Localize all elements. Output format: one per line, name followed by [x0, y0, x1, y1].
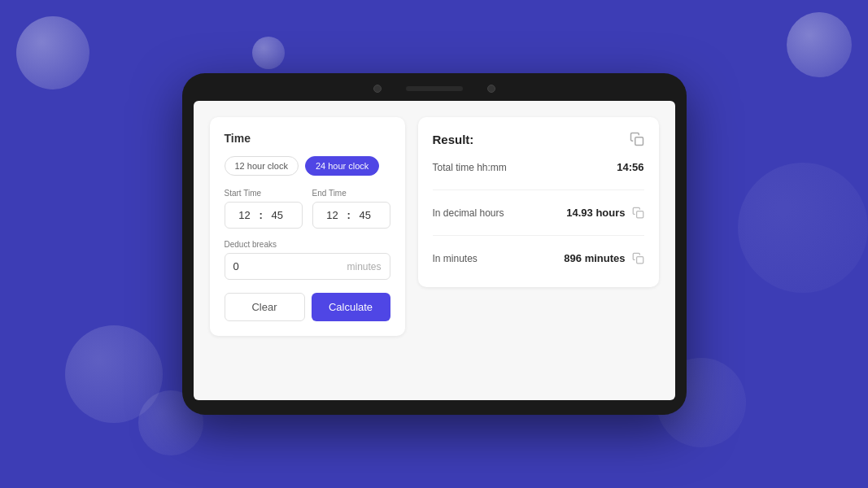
end-time-field: End Time :: [312, 189, 390, 229]
deduct-breaks-input[interactable]: [233, 260, 266, 272]
start-time-separator: :: [260, 209, 263, 221]
tablet-frame: Time 12 hour clock 24 hour clock Start T…: [182, 73, 687, 415]
deduct-unit-label: minutes: [347, 261, 381, 272]
minutes-row: In minutes 896 minutes: [433, 244, 644, 272]
start-time-label: Start Time: [225, 189, 303, 198]
decimal-hours-row: In decimal hours 14.93 hours: [433, 198, 644, 227]
calculator-panel: Time 12 hour clock 24 hour clock Start T…: [210, 117, 405, 336]
12-hour-clock-button[interactable]: 12 hour clock: [225, 156, 299, 176]
copy-minutes-icon[interactable]: [632, 252, 644, 264]
result-divider-2: [433, 235, 644, 236]
camera-right: [487, 85, 495, 93]
result-title: Result:: [433, 133, 474, 146]
time-inputs-row: Start Time : End Time :: [225, 189, 390, 229]
start-time-input-box[interactable]: :: [225, 202, 303, 229]
camera-left: [373, 85, 382, 93]
svg-rect-2: [636, 257, 643, 264]
copy-all-icon[interactable]: [630, 132, 644, 146]
end-time-separator: :: [347, 209, 351, 221]
minutes-value-wrap: 896 minutes: [564, 252, 643, 264]
decimal-hours-value-wrap: 14.93 hours: [566, 207, 643, 219]
end-time-label: End Time: [312, 189, 390, 198]
calculate-button[interactable]: Calculate: [312, 293, 390, 321]
copy-decimal-icon[interactable]: [632, 207, 644, 219]
start-minutes-input[interactable]: [266, 209, 289, 221]
total-time-value: 14:56: [617, 161, 643, 173]
decorative-bubble-7: [738, 163, 868, 293]
minutes-label: In minutes: [433, 253, 478, 264]
deduct-breaks-input-row[interactable]: minutes: [225, 253, 390, 280]
tablet-screen: Time 12 hour clock 24 hour clock Start T…: [194, 101, 675, 400]
decimal-hours-value: 14.93 hours: [566, 207, 625, 219]
start-hours-input[interactable]: [233, 209, 256, 221]
start-time-field: Start Time :: [225, 189, 303, 229]
deduct-breaks-label: Deduct breaks: [225, 240, 390, 249]
svg-rect-0: [635, 137, 643, 146]
end-hours-input[interactable]: [321, 209, 344, 221]
result-panel: Result: Total time hh:mm 14:56 In decima…: [418, 117, 659, 287]
speaker: [406, 86, 463, 91]
total-time-row: Total time hh:mm 14:56: [433, 158, 644, 181]
panel-title: Time: [225, 132, 390, 145]
clock-toggle-group: 12 hour clock 24 hour clock: [225, 156, 390, 176]
result-divider-1: [433, 190, 644, 190]
end-time-input-box[interactable]: :: [312, 202, 390, 229]
decorative-bubble-1: [16, 16, 89, 89]
action-buttons-row: Clear Calculate: [225, 293, 390, 321]
svg-rect-1: [636, 211, 643, 218]
minutes-value: 896 minutes: [564, 252, 625, 264]
decorative-bubble-3: [787, 12, 852, 77]
clear-button[interactable]: Clear: [225, 293, 305, 321]
decorative-bubble-2: [252, 37, 285, 69]
decimal-hours-label: In decimal hours: [433, 207, 504, 219]
total-time-label: Total time hh:mm: [433, 162, 507, 173]
tablet-top-bar: [194, 85, 675, 93]
result-header: Result:: [433, 132, 644, 146]
end-minutes-input[interactable]: [354, 209, 377, 221]
24-hour-clock-button[interactable]: 24 hour clock: [305, 156, 379, 176]
